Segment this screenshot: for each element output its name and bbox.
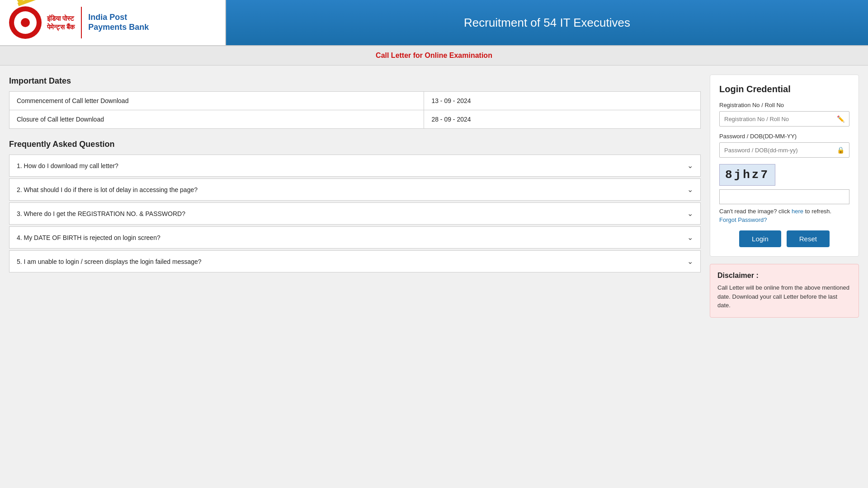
chevron-down-icon-5: ⌄ bbox=[687, 257, 693, 266]
reset-button[interactable]: Reset bbox=[787, 230, 830, 247]
faq-item-2[interactable]: 2. What should I do if there is lot of d… bbox=[9, 178, 701, 201]
password-label: Password / DOB(DD-MM-YY) bbox=[719, 133, 849, 140]
edit-icon: ✏️ bbox=[832, 112, 849, 126]
lock-icon: 🔒 bbox=[832, 143, 849, 157]
disclaimer-card: Disclaimer : Call Letter will be online … bbox=[710, 264, 859, 318]
faq-question-3: 3. Where do I get the REGISTRATION NO. &… bbox=[17, 210, 185, 217]
logo-english-text: India Post Payments Bank bbox=[88, 13, 149, 32]
logo-english: India Post Payments Bank bbox=[88, 13, 149, 32]
header-title: Recruitment of 54 IT Executives bbox=[464, 16, 630, 30]
date-label-1: Commencement of Call letter Download bbox=[9, 92, 424, 110]
table-row: Commencement of Call letter Download 13 … bbox=[9, 92, 701, 110]
main-content: Important Dates Commencement of Call let… bbox=[0, 66, 868, 327]
date-value-1: 13 - 09 - 2024 bbox=[424, 92, 701, 110]
faq-question-5: 5. I am unable to login / screen display… bbox=[17, 258, 202, 265]
right-section: Login Credential Registration No / Roll … bbox=[710, 75, 859, 318]
faq-question-4: 4. My DATE OF BIRTH is rejected on login… bbox=[17, 234, 160, 241]
faq-item-4[interactable]: 4. My DATE OF BIRTH is rejected on login… bbox=[9, 226, 701, 249]
left-section: Important Dates Commencement of Call let… bbox=[9, 75, 701, 318]
captcha-input[interactable] bbox=[719, 189, 849, 204]
page-header: इंडिया पोस्ट पेमेन्ट्स बैंक India Post P… bbox=[0, 0, 868, 46]
faq-item-5[interactable]: 5. I am unable to login / screen display… bbox=[9, 250, 701, 272]
header-title-area: Recruitment of 54 IT Executives bbox=[226, 0, 868, 45]
table-row: Closure of Call letter Download 28 - 09 … bbox=[9, 110, 701, 129]
date-label-2: Closure of Call letter Download bbox=[9, 110, 424, 129]
disclaimer-title: Disclaimer : bbox=[717, 272, 851, 280]
captcha-refresh-text: Can't read the image? click here to refr… bbox=[719, 208, 849, 215]
disclaimer-text: Call Letter will be online from the abov… bbox=[717, 283, 851, 310]
chevron-down-icon-4: ⌄ bbox=[687, 233, 693, 242]
forgot-password-link[interactable]: Forgot Password? bbox=[719, 216, 849, 223]
logo-section: इंडिया पोस्ट पेमेन्ट्स बैंक India Post P… bbox=[0, 0, 226, 45]
login-title: Login Credential bbox=[719, 84, 849, 94]
reg-input[interactable] bbox=[720, 112, 832, 126]
faq-item-3[interactable]: 3. Where do I get the REGISTRATION NO. &… bbox=[9, 202, 701, 225]
password-input[interactable] bbox=[720, 143, 832, 157]
login-buttons: Login Reset bbox=[719, 230, 849, 247]
chevron-down-icon-2: ⌄ bbox=[687, 185, 693, 194]
logo-divider bbox=[81, 7, 82, 38]
chevron-down-icon-3: ⌄ bbox=[687, 209, 693, 218]
logo-icon bbox=[9, 6, 42, 39]
date-value-2: 28 - 09 - 2024 bbox=[424, 110, 701, 129]
captcha-image: 8jhz7 bbox=[719, 164, 775, 186]
reg-label: Registration No / Roll No bbox=[719, 102, 849, 108]
password-input-wrapper[interactable]: 🔒 bbox=[719, 142, 849, 158]
chevron-down-icon-1: ⌄ bbox=[687, 161, 693, 170]
sub-header: Call Letter for Online Examination bbox=[0, 46, 868, 66]
captcha-refresh-link[interactable]: here bbox=[792, 208, 803, 215]
login-card: Login Credential Registration No / Roll … bbox=[710, 75, 859, 257]
important-dates-title: Important Dates bbox=[9, 76, 701, 86]
logo-text: इंडिया पोस्ट पेमेन्ट्स बैंक bbox=[47, 14, 75, 32]
faq-title: Frequently Asked Question bbox=[9, 140, 701, 149]
faq-item-1[interactable]: 1. How do I download my call letter? ⌄ bbox=[9, 155, 701, 177]
captcha-text: 8jhz7 bbox=[725, 168, 769, 182]
login-button[interactable]: Login bbox=[739, 230, 781, 247]
sub-header-text: Call Letter for Online Examination bbox=[376, 52, 492, 59]
faq-question-2: 2. What should I do if there is lot of d… bbox=[17, 186, 198, 193]
logo-hindi: इंडिया पोस्ट पेमेन्ट्स बैंक bbox=[47, 14, 75, 32]
faq-question-1: 1. How do I download my call letter? bbox=[17, 162, 118, 169]
reg-input-wrapper[interactable]: ✏️ bbox=[719, 111, 849, 127]
dates-table: Commencement of Call letter Download 13 … bbox=[9, 91, 701, 129]
